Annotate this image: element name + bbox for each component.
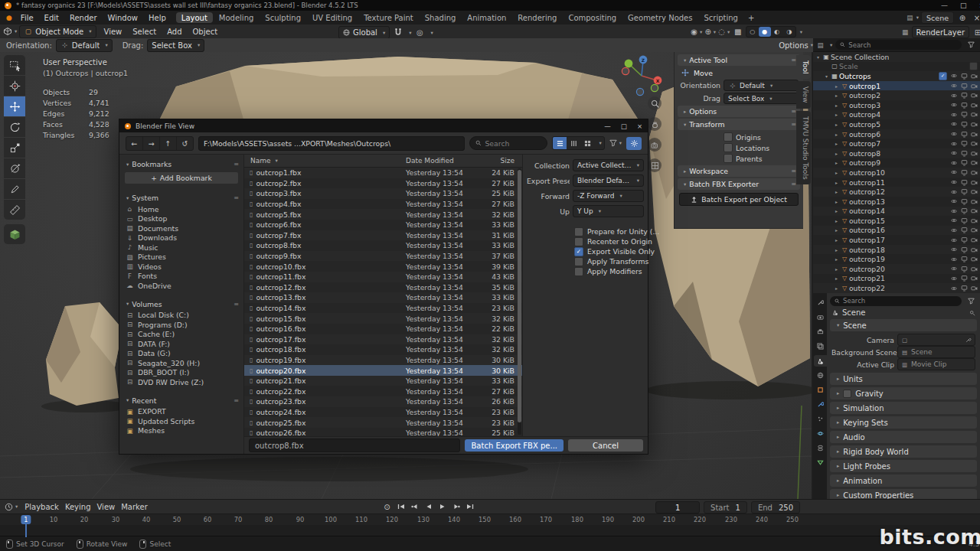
outliner-row[interactable]: ▸ ▽ outcrop20 (813, 264, 980, 274)
timeline-menu-item[interactable]: Playback (21, 503, 62, 511)
property-picker[interactable]: ▥ Movie Clip (897, 358, 975, 370)
camera-view-icon[interactable] (648, 138, 662, 152)
filename-input[interactable]: outcrop8.fbx (249, 439, 460, 452)
outliner-row[interactable]: ▸ ▽ outcrop9 (813, 158, 980, 168)
disable-viewport-icon[interactable] (961, 227, 968, 233)
expand-icon[interactable]: ▸ (833, 151, 840, 156)
affect-only-checkbox[interactable] (724, 154, 733, 163)
hide-eye-icon[interactable] (950, 131, 958, 137)
copy-view-layer-icon[interactable]: ⊞ (972, 27, 980, 37)
scene-section-header[interactable]: ▾Scene (830, 319, 977, 331)
sidebar-item[interactable]: ☁ OneDrive (123, 281, 240, 291)
refresh-icon[interactable]: ↺ (177, 137, 193, 150)
disable-viewport-icon[interactable] (961, 111, 968, 118)
export-option-checkbox[interactable] (574, 267, 583, 276)
disable-viewport-icon[interactable] (961, 266, 968, 272)
display-vertical-list-icon[interactable] (553, 137, 567, 149)
file-row[interactable]: ▯ outcrop17.fbx Yesterday 13:54 32 KiB (244, 334, 522, 345)
export-option-checkbox[interactable] (574, 257, 583, 266)
outliner-row[interactable]: ▸ ▽ outcrop19 (813, 254, 980, 264)
disable-render-icon[interactable] (971, 285, 978, 292)
forward-icon[interactable]: → (143, 137, 160, 150)
batch-export-per-object-button[interactable]: Batch Export per Object (679, 193, 799, 206)
disable-viewport-icon[interactable] (961, 102, 968, 109)
active-tool-row[interactable]: Move (678, 67, 800, 78)
disable-viewport-icon[interactable] (961, 275, 968, 282)
hide-eye-icon[interactable] (950, 160, 958, 166)
expand-icon[interactable]: ▸ (833, 208, 840, 214)
disable-viewport-icon[interactable] (961, 83, 968, 90)
expand-icon[interactable]: ▸ (833, 122, 840, 127)
snap-dropdown-icon[interactable]: ▾ (409, 30, 411, 36)
affect-only-checkbox[interactable] (724, 143, 733, 152)
workspace-tab[interactable]: Compositing (563, 12, 622, 23)
outliner-row[interactable]: ▸ ▽ outcrop13 (813, 197, 980, 207)
current-frame-input[interactable]: 1 (655, 501, 700, 514)
file-path-input[interactable]: F:\Models\ASSETS\assets ...XPORT\Meshes\… (198, 136, 465, 151)
sidebar-volume-item[interactable]: ⊟ Programs (D:) (123, 320, 240, 330)
collection-dropdown[interactable]: Active Collection▾ (573, 159, 644, 171)
properties-section-header[interactable]: ▸ Units (830, 373, 977, 385)
tab-world-icon[interactable] (814, 370, 827, 381)
workspace-tab[interactable]: Geometry Nodes (622, 12, 697, 23)
tab-particles-icon[interactable] (814, 413, 827, 425)
system-section-header[interactable]: ▾System≡ (123, 191, 240, 204)
disable-render-icon[interactable] (971, 150, 978, 157)
forward-dropdown[interactable]: -Z Forward▾ (573, 190, 644, 202)
filter-funnel-icon[interactable]: ▾ (609, 138, 622, 148)
hide-eye-icon[interactable] (950, 217, 958, 223)
outliner-row[interactable]: ▸ ▽ outcrop21 (813, 274, 980, 284)
expand-icon[interactable]: ▸ (833, 189, 840, 194)
properties-section-header[interactable]: ▸ Gravity (830, 387, 977, 399)
sidebar-volume-item[interactable]: ⊟ Data (G:) (123, 349, 240, 359)
expand-icon[interactable]: ▸ (833, 132, 840, 137)
file-row[interactable]: ▯ outcrop21.fbx Yesterday 13:54 33 KiB (244, 376, 522, 386)
disable-render-icon[interactable] (971, 169, 978, 176)
sidebar-recent-item[interactable]: ▣ EXPORT (123, 407, 240, 417)
tool-measure[interactable] (4, 200, 25, 220)
disable-render-icon[interactable] (971, 92, 978, 99)
mode-dropdown[interactable]: ▢Object Mode▾ (19, 25, 96, 38)
next-keyframe-button[interactable] (450, 501, 462, 512)
menu-item[interactable]: File (15, 13, 39, 23)
recent-section-header[interactable]: ▾Recent≡ (123, 394, 240, 407)
file-row[interactable]: ▯ outcrop12.fbx Yesterday 13:54 35 KiB (244, 282, 522, 293)
show-gizmo-icon[interactable]: ⊕▾ (704, 27, 717, 37)
expand-icon[interactable]: ▸ (833, 93, 840, 98)
np-orientation-dropdown[interactable]: ⊹Default▾ (724, 80, 799, 91)
transform-section-header[interactable]: ▾Transform≡ (678, 119, 800, 130)
np-drag-dropdown[interactable]: Select Box▾ (724, 93, 799, 104)
transform-orientation-dropdown[interactable]: Global▾ (338, 26, 390, 39)
menu-item[interactable]: Window (103, 13, 143, 23)
disable-viewport-icon[interactable] (961, 131, 968, 138)
file-row[interactable]: ▯ outcrop1.fbx Yesterday 13:54 24 KiB (244, 168, 522, 178)
outliner-filter-icon[interactable] (965, 40, 977, 51)
file-row[interactable]: ▯ outcrop19.fbx Yesterday 13:54 30 KiB (244, 355, 522, 366)
shading-rendered-icon[interactable]: ◑ (783, 27, 795, 37)
file-row[interactable]: ▯ outcrop9.fbx Yesterday 13:54 37 KiB (244, 251, 522, 262)
expand-icon[interactable]: ▸ (833, 285, 840, 291)
sidebar-volume-item[interactable]: ⊟ Local Disk (C:) (123, 311, 240, 321)
outliner-row[interactable]: ▸ ▽ outcrop22 (813, 283, 980, 293)
workspace-tab[interactable]: Texture Paint (358, 12, 419, 23)
disable-viewport-icon[interactable] (961, 236, 968, 243)
outliner-row[interactable]: ▸ ▽ outcrop2 (813, 90, 980, 100)
sidebar-tab[interactable]: TMVU Studio Tools (796, 111, 811, 185)
tool-annotate[interactable] (4, 179, 25, 199)
batch-fbx-exporter-section-header[interactable]: ▾Batch FBX Exporter≡ (678, 178, 800, 190)
tool-scale[interactable] (4, 138, 25, 158)
sidebar-tab[interactable]: View (796, 81, 811, 108)
hide-eye-icon[interactable] (950, 121, 958, 127)
expand-icon[interactable]: ▸ (833, 170, 840, 175)
file-row[interactable]: ▯ outcrop7.fbx Yesterday 13:54 31 KiB (244, 230, 522, 241)
export-option-checkbox[interactable] (574, 227, 583, 236)
view-layer-selector[interactable]: RenderLayer (912, 26, 969, 38)
export-option-row[interactable]: Apply Modifiers (527, 266, 644, 276)
disable-render-icon[interactable] (971, 207, 978, 214)
tool-rotate[interactable] (4, 117, 25, 137)
pin-icon[interactable] (969, 310, 975, 316)
add-workspace-button[interactable]: + (743, 14, 759, 22)
export-option-row[interactable]: Recenter to Origin (527, 236, 644, 246)
tab-tool-icon[interactable] (814, 297, 827, 308)
tool-move[interactable] (4, 96, 25, 116)
